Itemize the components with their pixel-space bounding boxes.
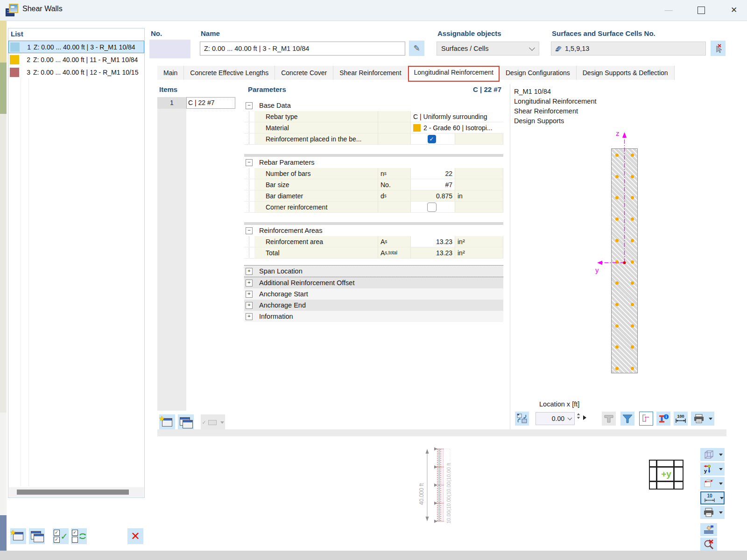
scrollbar-thumb[interactable]	[17, 490, 129, 495]
parameter-unit: in²	[455, 236, 503, 247]
parameter-value: 0.875	[411, 190, 455, 202]
apply-view-button[interactable]	[700, 523, 717, 536]
no-field[interactable]	[149, 40, 190, 58]
parameter-row: Material2 - Grade 60 | Isotropi...	[244, 122, 503, 133]
surfaces-value: 1,5,9,13	[565, 45, 589, 52]
name-field[interactable]: Z: 0.00 ... 40.00 ft | 3 - R_M1 10/84	[200, 42, 405, 56]
parameter-row: Bar diameterds0.875in	[244, 190, 503, 202]
tab-main[interactable]: Main	[157, 66, 184, 80]
section-axes-button[interactable]	[639, 412, 653, 426]
parameter-value[interactable]: 22	[411, 168, 455, 179]
assignable-objects-dropdown[interactable]: Surfaces / Cells	[437, 42, 539, 56]
view-navigator-grid[interactable]: +y	[649, 460, 684, 490]
location-x-spinner[interactable]	[577, 413, 580, 419]
view-3d-button[interactable]	[700, 448, 725, 461]
window-title: Shear Walls	[22, 5, 63, 13]
expand-icon[interactable]: +	[246, 291, 253, 298]
print-button[interactable]	[691, 412, 707, 426]
print-graphic-button[interactable]	[700, 506, 725, 519]
z-axis-label: z	[616, 129, 620, 137]
t-section-button	[602, 412, 616, 426]
tab-concrete-effective-lengths[interactable]: Concrete Effective Lengths	[184, 66, 275, 80]
delete-button[interactable]: ✕	[127, 528, 143, 544]
location-x-combo[interactable]: 0.00	[536, 412, 575, 425]
section-view-button[interactable]	[700, 477, 725, 490]
minimize-button[interactable]: —	[661, 3, 676, 18]
tab-design-supports-deflection[interactable]: Design Supports & Deflection	[577, 66, 675, 80]
filter-funnel-icon	[622, 413, 633, 424]
member-info-button[interactable]: i	[656, 412, 670, 426]
location-step-button[interactable]	[583, 415, 586, 420]
section-collapsed-anchorage-start[interactable]: +Anchorage Start	[244, 288, 503, 300]
collapse-icon[interactable]: −	[246, 102, 253, 109]
parameter-value[interactable]: 2 - Grade 60 | Isotropi...	[411, 122, 503, 133]
print-dropdown[interactable]	[707, 412, 714, 426]
parameter-label: Number of bars	[254, 168, 378, 179]
close-button[interactable]: ✕	[726, 3, 741, 18]
rebar-dot	[631, 324, 634, 328]
select-surfaces-button[interactable]	[711, 41, 726, 56]
tab-shear-reinforcement[interactable]: Shear Reinforcement	[333, 66, 408, 80]
section-collapsed-anchorage-end[interactable]: +Anchorage End	[244, 300, 503, 311]
parameter-label: Bar size	[254, 179, 378, 190]
axes-y-icon: y	[703, 463, 715, 475]
section-collapsed-span-location[interactable]: +Span Location	[244, 265, 503, 277]
tab-design-configurations[interactable]: Design Configurations	[500, 66, 577, 80]
section-collapsed-additional-reinforcement-offset[interactable]: +Additional Reinforcement Offset	[244, 277, 503, 288]
parameter-row: Corner reinforcement	[244, 202, 503, 213]
title-bar: Shear Walls — ✕	[0, 0, 747, 21]
list-item[interactable]: 1Z: 0.00 ... 40.00 ft | 3 - R_M1 10/84	[8, 41, 144, 53]
copy-item-button[interactable]	[29, 528, 45, 544]
view-direction-button[interactable]: y	[700, 462, 725, 476]
rebar-dot	[615, 324, 619, 328]
parameter-label: Total	[254, 247, 378, 259]
list-item[interactable]: 2Z: 0.00 ... 40.00 ft | 11 - R_M1 10/84	[8, 53, 144, 66]
wall-cross-section	[611, 148, 638, 373]
new-window-icon: ★	[162, 418, 172, 427]
surfaces-field[interactable]: 1,5,9,13	[551, 42, 706, 56]
expand-icon[interactable]: +	[246, 302, 253, 309]
checkbox[interactable]: ✓	[428, 135, 436, 143]
new-item-button[interactable]: ★	[10, 528, 26, 544]
expand-icon[interactable]: +	[246, 268, 253, 275]
section-title: Anchorage End	[259, 301, 306, 309]
rebar-dot	[631, 345, 634, 349]
collapse-icon[interactable]: −	[246, 227, 253, 234]
maximize-button[interactable]	[694, 3, 709, 18]
rebar-dot	[615, 154, 619, 157]
parameter-value[interactable]: #7	[411, 179, 455, 190]
new-rebar-button[interactable]: ★	[159, 414, 175, 430]
parameter-value[interactable]: 13.23	[411, 236, 455, 247]
sync-view-button[interactable]	[515, 412, 529, 426]
items-row[interactable]: 1C | 22 #7	[157, 97, 238, 109]
tab-longitudinal-reinforcement[interactable]: Longitudinal Reinforcement	[408, 66, 500, 82]
parameter-label: Rebar type	[254, 111, 378, 122]
tab-concrete-cover[interactable]: Concrete Cover	[275, 66, 333, 80]
list-item[interactable]: 3Z: 0.00 ... 40.00 ft | 12 - R_M1 10/15	[8, 66, 144, 78]
section-header-reinforcement-areas: −Reinforcement Areas	[244, 225, 503, 236]
collapse-icon[interactable]: −	[246, 159, 253, 166]
horizontal-scrollbar[interactable]	[9, 487, 144, 497]
parameter-symbol	[378, 133, 411, 145]
cancel-zoom-button[interactable]	[700, 538, 717, 551]
section-collapsed-information[interactable]: +Information	[244, 311, 503, 322]
filter-button[interactable]	[620, 412, 634, 426]
tree-gutter	[244, 202, 254, 213]
dimensions-toggle-button[interactable]: 10	[700, 491, 725, 504]
check-sync-button[interactable]: ✓	[71, 528, 87, 544]
rebar-dot	[631, 154, 634, 157]
expand-icon[interactable]: +	[246, 280, 253, 287]
checkbox[interactable]	[427, 203, 437, 212]
section-title: Information	[259, 313, 293, 320]
check-all-button[interactable]: ✓✓ ✓	[53, 528, 69, 544]
dimension-lines-button[interactable]: 100	[674, 412, 688, 426]
y-axis-label: y	[595, 266, 599, 274]
copy-rebar-button[interactable]	[178, 414, 194, 430]
items-row-value[interactable]: C | 22 #7	[186, 97, 235, 109]
items-rows: 1C | 22 #7	[157, 97, 238, 109]
window-bottom-edge	[0, 551, 747, 560]
parameter-value[interactable]: C | Uniformly surrounding	[411, 111, 503, 122]
edit-name-button[interactable]: ✎	[409, 41, 424, 56]
expand-icon[interactable]: +	[246, 313, 253, 320]
parameter-row: Number of barsns22	[244, 168, 503, 179]
